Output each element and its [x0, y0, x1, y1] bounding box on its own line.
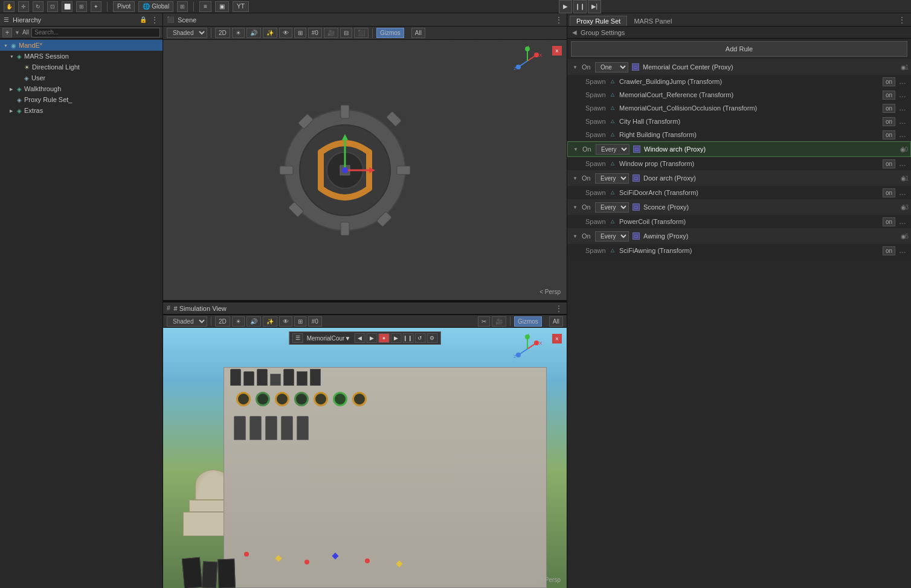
scene-viewport-button[interactable]: ⬛ — [354, 28, 369, 38]
pb-settings-button[interactable]: ⚙ — [427, 333, 437, 343]
spawn-dots-3-1[interactable]: … — [898, 188, 907, 197]
scene-grid-button[interactable]: ⊞ — [294, 28, 306, 38]
spawn-on-1-5[interactable]: on — [883, 130, 895, 139]
tool-hand[interactable]: ✋ — [4, 1, 14, 12]
tool-custom[interactable]: ✦ — [91, 1, 101, 12]
spawn-on-1-2[interactable]: on — [883, 91, 895, 100]
rule-1-collapse-arrow[interactable]: ▼ — [571, 65, 579, 70]
hierarchy-item-walkthrough[interactable]: ◈ Walkthrough — [0, 83, 163, 94]
spawn-on-1-3[interactable]: on — [883, 104, 895, 113]
sim-all-button[interactable]: All — [549, 316, 563, 327]
expand-mande-arrow[interactable] — [4, 43, 10, 48]
sim-close-button[interactable]: × — [552, 334, 562, 344]
spawn-on-4-1[interactable]: on — [883, 217, 895, 226]
sim-audio-button[interactable]: 🔊 — [246, 316, 261, 327]
spawn-dots-2-1[interactable]: … — [898, 159, 907, 168]
scene-effect-button[interactable]: ✨ — [263, 28, 277, 38]
add-rule-button[interactable]: Add Rule — [571, 41, 907, 57]
rule-2-condition-select[interactable]: Every — [596, 144, 629, 155]
back-arrow[interactable]: ◀ — [572, 29, 577, 36]
tool-move[interactable]: ✛ — [18, 1, 29, 12]
layers-button[interactable]: ≡ — [199, 1, 211, 12]
hierarchy-menu-dots[interactable]: ⋮ — [150, 15, 159, 25]
pb-prev-button[interactable]: ◀ — [354, 333, 365, 343]
scene-gizmo[interactable]: X Y Z — [512, 46, 542, 77]
hierarchy-search-input[interactable] — [31, 28, 160, 37]
rule-3-condition-select[interactable]: Every — [595, 173, 629, 184]
scene-light-button[interactable]: ☀ — [232, 28, 245, 38]
hierarchy-item-mars-session[interactable]: ◈ MARS Session — [0, 51, 163, 62]
pb-record-button[interactable]: ● — [378, 333, 389, 343]
pb-pause-button[interactable]: ❙❙ — [402, 333, 413, 343]
spawn-on-3-1[interactable]: on — [883, 188, 895, 197]
sim-effect-button[interactable]: ✨ — [263, 316, 277, 327]
spawn-dots-5-1[interactable]: … — [898, 246, 907, 255]
sim-light-button[interactable]: ☀ — [232, 316, 245, 327]
scene-hide-button[interactable]: 👁 — [279, 28, 292, 38]
expand-extras-arrow[interactable] — [10, 108, 16, 113]
rule-2-collapse-arrow[interactable]: ▼ — [571, 147, 580, 152]
scene-viewport[interactable]: X Y Z × < Persp — [163, 40, 567, 300]
rule-5-condition-select[interactable]: Every — [595, 231, 629, 241]
tab-mars-panel[interactable]: MARS Panel — [627, 16, 678, 26]
pb-play-button[interactable]: ▶ — [390, 333, 401, 343]
yt-button[interactable]: YT — [233, 1, 249, 12]
rule-4-condition-select[interactable]: Every — [595, 202, 629, 213]
rule-5-collapse-arrow[interactable]: ▼ — [571, 234, 579, 239]
scene-audio-button[interactable]: 🔊 — [246, 28, 261, 38]
pb-next-button[interactable]: ▶ — [366, 333, 377, 343]
scene-menu-dots[interactable]: ⋮ — [555, 15, 563, 25]
scene-stats-button[interactable]: #0 — [308, 28, 322, 38]
tool-rotate[interactable]: ↻ — [33, 1, 43, 12]
sim-hide-button[interactable]: 👁 — [279, 316, 292, 327]
hierarchy-item-extras[interactable]: ◈ Extras — [0, 105, 163, 116]
play-button[interactable]: ▶ — [559, 0, 572, 13]
pb-menu-button[interactable]: ☰ — [292, 333, 303, 343]
scene-close-button[interactable]: × — [552, 46, 562, 56]
scene-all-button[interactable]: All — [411, 28, 425, 38]
spawn-dots-1-5[interactable]: … — [898, 130, 907, 139]
scene-shading-select[interactable]: Shaded — [167, 28, 207, 38]
sim-grid-button[interactable]: ⊞ — [294, 316, 306, 327]
spawn-dots-1-4[interactable]: … — [898, 117, 907, 126]
sim-menu-dots[interactable]: ⋮ — [555, 304, 563, 313]
expand-mars-arrow[interactable] — [10, 54, 16, 59]
hierarchy-item-proxy-rule-set[interactable]: ◈ Proxy Rule Set_ — [0, 94, 163, 105]
hierarchy-item-mande[interactable]: ◉ MandE* — [0, 40, 163, 51]
sim-2d-button[interactable]: 2D — [215, 316, 230, 327]
sim-cut-button[interactable]: ✂ — [478, 316, 490, 327]
right-panel-dots[interactable]: ⋮ — [893, 14, 911, 26]
rule-1-condition-select[interactable]: One — [595, 62, 628, 72]
hierarchy-item-dir-light[interactable]: ☀ Directional Light — [0, 62, 163, 72]
hierarchy-item-user[interactable]: ◈ User — [0, 72, 163, 83]
pause-button[interactable]: ❙❙ — [573, 0, 587, 13]
sim-gizmo[interactable]: X Y Z — [512, 334, 542, 365]
gizmos-button[interactable]: Gizmos — [376, 28, 404, 38]
scene-more-button[interactable]: ⊟ — [340, 28, 352, 38]
sim-gizmos-button[interactable]: Gizmos — [514, 316, 542, 327]
rule-3-collapse-arrow[interactable]: ▼ — [571, 176, 579, 181]
tool-scale[interactable]: ⊡ — [47, 1, 58, 12]
scene-camera-button[interactable]: 🎥 — [324, 28, 338, 38]
tool-rect[interactable]: ⬜ — [62, 1, 72, 12]
spawn-dots-1-1[interactable]: … — [898, 77, 907, 86]
spawn-dots-4-1[interactable]: … — [898, 217, 907, 226]
scene-2d-button[interactable]: 2D — [215, 28, 230, 38]
spawn-on-2-1[interactable]: on — [883, 159, 895, 168]
lock-icon[interactable]: 🔒 — [140, 16, 147, 23]
grid-snap-button[interactable]: ⊞ — [177, 1, 188, 12]
add-hierarchy-item-button[interactable]: + — [2, 28, 12, 37]
sim-camera-button[interactable]: 🎥 — [492, 316, 506, 327]
expand-walkthrough-arrow[interactable] — [10, 86, 16, 92]
sim-viewport[interactable]: ☰ MemorialCour▼ ◀ ▶ ● ▶ ❙❙ ↺ ⚙ — [163, 328, 567, 588]
pivot-button[interactable]: Pivot — [113, 1, 135, 12]
sim-stats-button[interactable]: #0 — [308, 316, 322, 327]
tool-transform[interactable]: ⊞ — [76, 1, 87, 12]
step-button[interactable]: ▶| — [588, 0, 601, 13]
pb-loop-button[interactable]: ↺ — [414, 333, 425, 343]
spawn-on-1-4[interactable]: on — [883, 117, 895, 126]
rule-4-collapse-arrow[interactable]: ▼ — [571, 205, 579, 210]
spawn-dots-1-2[interactable]: … — [898, 91, 907, 99]
tab-proxy-rule-set[interactable]: Proxy Rule Set — [570, 16, 627, 26]
render-mode-button[interactable]: ▣ — [215, 1, 229, 12]
